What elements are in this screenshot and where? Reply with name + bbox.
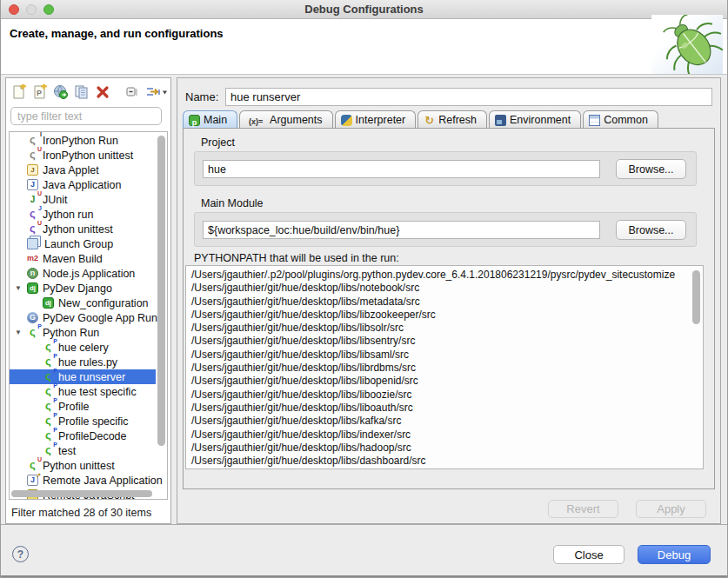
- tree-item-java-application[interactable]: JJava Application: [10, 177, 156, 192]
- tree-item-label: Python Run: [43, 327, 99, 339]
- tree-item-label: Remote Java Application: [43, 475, 163, 487]
- tree-item-jython-run[interactable]: ςJJython run: [10, 207, 156, 222]
- ironpython-run-icon: ςI: [27, 135, 38, 146]
- junit-icon: JU: [27, 194, 38, 205]
- pythonpath-entry[interactable]: /Users/jgauthier/git/hue/desktop/libs/li…: [191, 402, 691, 415]
- tree-item-profile[interactable]: ςPProfile: [10, 399, 156, 414]
- collapse-all-icon[interactable]: [124, 84, 140, 100]
- tree-item-hue-runserver[interactable]: ςPhue runserver: [10, 369, 156, 384]
- tree-item-pydev-google-app-run[interactable]: GPyDev Google App Run: [10, 310, 156, 325]
- tree-item-hue-test-specific[interactable]: ςPhue test specific: [10, 384, 156, 399]
- debug-button[interactable]: Debug: [638, 545, 711, 564]
- help-button[interactable]: ?: [12, 546, 29, 562]
- tree-item-label: Launch Group: [44, 238, 113, 250]
- tree-item-hue-rules-py[interactable]: ςPhue rules.py: [10, 355, 156, 369]
- tree-item-pydev-django[interactable]: ▼djPyDev Django: [10, 281, 156, 296]
- pythonpath-entry[interactable]: /Users/jgauthier/git/hue/desktop/libs/li…: [191, 322, 691, 335]
- new-launch-configuration-icon[interactable]: [11, 84, 27, 100]
- project-section-label: Project: [201, 136, 235, 149]
- tree-item-hue-celery[interactable]: ςPhue celery: [10, 340, 156, 355]
- pythonpath-list[interactable]: /Users/jgauthier/.p2/pool/plugins/org.py…: [185, 265, 704, 469]
- name-row: Name:: [185, 88, 712, 106]
- pythonpath-scrollbar[interactable]: [691, 269, 701, 466]
- tree-item-python-unittest[interactable]: ςUPython unittest: [10, 458, 156, 473]
- expand-collapse-icon[interactable]: ▼: [15, 284, 22, 292]
- svg-text:P: P: [37, 89, 42, 97]
- main-area: P ςIIronPython RunςUIronPython unittestJ…: [1, 75, 727, 524]
- pythonpath-entry[interactable]: /Users/jgauthier/.p2/pool/plugins/org.py…: [191, 269, 691, 282]
- tab-refresh[interactable]: Refresh: [417, 110, 487, 129]
- jython-unittest-icon: ςU: [27, 223, 38, 235]
- tree-item-label: hue test specific: [58, 386, 137, 398]
- tree-item-java-applet[interactable]: JJava Applet: [10, 163, 156, 177]
- pythonpath-entry[interactable]: /Users/jgauthier/git/hue/desktop/libs/no…: [191, 282, 691, 295]
- title-bar: Debug Configurations: [1, 0, 727, 19]
- tree-item-jython-unittest[interactable]: ςUJython unittest: [10, 222, 156, 236]
- tree-item-remote-java-application[interactable]: J↗Remote Java Application: [10, 473, 156, 488]
- tab-main[interactable]: Main: [183, 110, 237, 129]
- launch-group-icon: [27, 238, 38, 249]
- tree-item-label: hue rules.py: [58, 356, 117, 369]
- python-unittest-icon: ςU: [27, 460, 38, 471]
- pythonpath-entry[interactable]: /Users/jgauthier/git/hue/desktop/libs/li…: [191, 375, 691, 388]
- pythonpath-entry[interactable]: /Users/jgauthier/git/hue/desktop/libs/ka…: [191, 415, 691, 428]
- pythonpath-entry[interactable]: /Users/jgauthier/git/hue/desktop/libs/li…: [191, 362, 691, 375]
- tab-interpreter[interactable]: Interpreter: [335, 110, 417, 129]
- pythonpath-entry[interactable]: /Users/jgauthier/git/hue/desktop/libs/da…: [191, 455, 691, 468]
- pythonpath-entry[interactable]: /Users/jgauthier/git/hue/desktop/libs/li…: [191, 335, 691, 348]
- expand-collapse-icon[interactable]: ▼: [15, 329, 22, 336]
- project-input[interactable]: [203, 160, 600, 178]
- pythonpath-entry[interactable]: /Users/jgauthier/git/hue/desktop/libs/me…: [191, 296, 691, 309]
- tree-item-profiledecode[interactable]: ςPProfileDecode: [10, 429, 156, 443]
- python-run-icon: ςP: [43, 415, 54, 427]
- tree-item-label: hue celery: [58, 342, 109, 354]
- environment-icon: [495, 115, 506, 126]
- tree-item-ironpython-unittest[interactable]: ςUIronPython unittest: [10, 148, 156, 163]
- tree-item-label: Java Application: [43, 179, 121, 191]
- tab-arguments[interactable]: Arguments: [239, 110, 332, 129]
- pythonpath-entry[interactable]: /Users/jgauthier/git/hue/desktop/libs/li…: [191, 389, 691, 402]
- tab-label: Refresh: [438, 114, 477, 126]
- tree-item-ironpython-run[interactable]: ςIIronPython Run: [10, 133, 156, 148]
- tree-item-label: JUnit: [43, 194, 67, 206]
- pythonpath-entry[interactable]: /Users/jgauthier/git/hue/desktop/libs/ha…: [191, 442, 691, 455]
- pythonpath-entry[interactable]: /Users/jgauthier/git/hue/desktop/libs/li…: [191, 349, 691, 362]
- tree-item-test[interactable]: ςPtest: [10, 443, 156, 458]
- tab-label: Interpreter: [356, 114, 406, 126]
- tree-item-node-js-application[interactable]: nNode.js Application: [10, 266, 156, 281]
- python-run-icon: ςP: [43, 371, 54, 382]
- delete-launch-configuration-icon[interactable]: [95, 84, 110, 100]
- tree-item-maven-build[interactable]: m2Maven Build: [10, 251, 156, 266]
- pythonpath-entry[interactable]: /Users/jgauthier/git/hue/desktop/libs/in…: [191, 429, 691, 442]
- tab-label: Common: [604, 114, 648, 126]
- tree-horizontal-scrollbar[interactable]: [11, 490, 154, 497]
- project-browse-button[interactable]: Browse...: [616, 159, 686, 179]
- pydev-gae-icon: G: [27, 312, 38, 323]
- name-input[interactable]: [225, 88, 712, 106]
- filter-input[interactable]: [10, 107, 162, 125]
- filter-launch-configurations-icon[interactable]: [145, 84, 168, 100]
- export-launch-configuration-icon[interactable]: [53, 84, 69, 100]
- tree-item-profile-specific[interactable]: ςPProfile specific: [10, 414, 156, 429]
- dialog-header: Create, manage, and run configurations: [1, 19, 727, 75]
- close-button[interactable]: Close: [553, 545, 624, 564]
- revert-button[interactable]: Revert: [548, 500, 618, 518]
- tab-environment[interactable]: Environment: [489, 110, 581, 129]
- pythonpath-entry[interactable]: /Users/jgauthier/git/hue/desktop/libs/li…: [191, 309, 691, 322]
- java-applet-icon: J: [27, 164, 38, 176]
- tab-common[interactable]: Common: [583, 110, 658, 129]
- configuration-detail-panel: Name: MainArgumentsInterpreterRefreshEnv…: [177, 77, 721, 524]
- pythonpath-entry[interactable]: /Users/jgauthier/git/hue/desktop/libs/az…: [191, 468, 691, 469]
- apply-button[interactable]: Apply: [636, 500, 706, 518]
- pydev-django-icon: dj: [43, 297, 54, 309]
- new-configuration-prototype-icon[interactable]: P: [32, 84, 48, 100]
- main-module-browse-button[interactable]: Browse...: [616, 220, 686, 240]
- tree-item-new-configuration[interactable]: djNew_configuration: [10, 296, 156, 310]
- tree-item-junit[interactable]: JUJUnit: [10, 192, 156, 207]
- tree-item-python-run[interactable]: ▼ςPPython Run: [10, 325, 156, 340]
- tree-item-launch-group[interactable]: Launch Group: [10, 236, 156, 251]
- duplicate-launch-configuration-icon[interactable]: [74, 84, 90, 100]
- main-module-input[interactable]: [203, 221, 600, 239]
- tree-vertical-scrollbar[interactable]: [157, 134, 166, 488]
- refresh-icon: [424, 115, 435, 126]
